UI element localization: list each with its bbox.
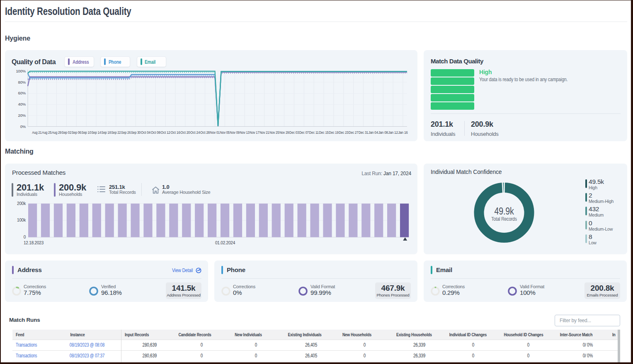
svg-text:Aug 29: Aug 29 [52, 130, 61, 135]
svg-text:Nov 29: Nov 29 [279, 130, 289, 135]
svg-text:Oct 20: Oct 20 [180, 130, 190, 135]
svg-text:Nov 25: Nov 25 [269, 130, 279, 135]
svg-text:Sep 10: Sep 10 [82, 130, 91, 135]
svg-text:Sep 22: Sep 22 [111, 130, 121, 135]
svg-text:Oct 24: Oct 24 [190, 130, 200, 135]
svg-text:Dec 31: Dec 31 [359, 130, 368, 135]
svg-text:Sep 02: Sep 02 [62, 130, 71, 135]
svg-text:Dec 23: Dec 23 [339, 130, 348, 135]
svg-text:Jan 12: Jan 12 [388, 130, 398, 135]
svg-text:Oct 28: Oct 28 [200, 130, 210, 135]
svg-text:100k: 100k [17, 218, 26, 222]
svg-text:Oct 16: Oct 16 [170, 130, 180, 135]
svg-text:01.02.2024: 01.02.2024 [215, 241, 235, 245]
svg-text:Jan 04: Jan 04 [369, 130, 378, 135]
svg-text:Sep 14: Sep 14 [91, 130, 101, 135]
svg-text:Sep 06: Sep 06 [72, 130, 81, 135]
svg-text:Nov 01: Nov 01 [210, 130, 220, 135]
svg-text:Jan 16: Jan 16 [398, 130, 407, 135]
svg-text:Dec 07: Dec 07 [299, 130, 309, 135]
svg-text:Dec 19: Dec 19 [329, 130, 338, 135]
svg-text:Jan 08: Jan 08 [378, 130, 388, 135]
svg-text:Sep 26: Sep 26 [121, 130, 131, 135]
svg-text:Nov 05: Nov 05 [220, 130, 230, 135]
svg-text:Oct 08: Oct 08 [151, 130, 160, 135]
svg-text:Nov 21: Nov 21 [260, 130, 269, 135]
svg-text:0%: 0% [20, 124, 26, 129]
svg-text:200k: 200k [17, 201, 26, 206]
svg-text:Nov 17: Nov 17 [250, 130, 259, 135]
svg-text:Nov 09: Nov 09 [230, 130, 240, 135]
svg-text:20%: 20% [18, 113, 26, 118]
svg-text:Aug 25: Aug 25 [42, 130, 51, 135]
svg-text:Dec 03: Dec 03 [289, 130, 299, 135]
svg-text:Nov 13: Nov 13 [240, 130, 249, 135]
svg-text:0: 0 [24, 235, 26, 239]
svg-text:Aug 21: Aug 21 [32, 130, 41, 135]
svg-text:Oct 04: Oct 04 [141, 130, 150, 135]
svg-text:60%: 60% [18, 91, 26, 95]
svg-text:Sep 30: Sep 30 [131, 130, 141, 135]
svg-text:100%: 100% [16, 69, 26, 73]
svg-text:Dec 11: Dec 11 [309, 130, 319, 135]
svg-text:Dec 27: Dec 27 [349, 130, 358, 135]
svg-text:12.18.2023: 12.18.2023 [24, 241, 44, 245]
svg-text:Sep 18: Sep 18 [101, 130, 111, 135]
svg-text:Dec 15: Dec 15 [319, 130, 328, 135]
svg-text:Oct 12: Oct 12 [161, 130, 170, 135]
svg-text:80%: 80% [18, 80, 26, 84]
svg-text:40%: 40% [18, 102, 26, 106]
